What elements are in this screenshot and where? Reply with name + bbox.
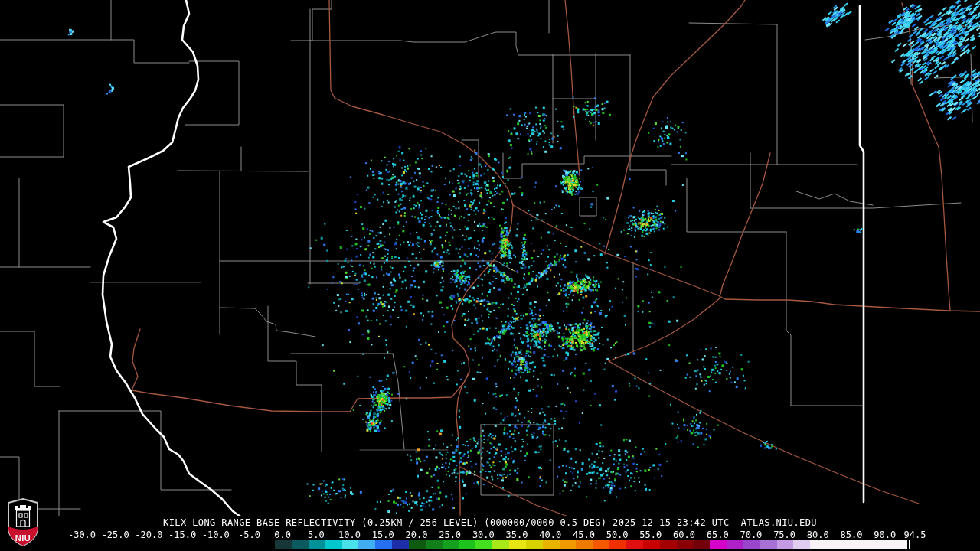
radar-viewer: KILX LONG RANGE BASE REFLECTIVITY (0.25K… [0,0,980,551]
scale-label: 90.0 [874,530,896,540]
colorbar-segment [593,540,609,549]
scale-label: 30.0 [472,530,495,540]
colorbar-segment [392,540,409,549]
scale-label: 50.0 [606,530,629,540]
colorbar-segment [727,540,743,549]
colorbar-segment [443,540,459,549]
scale-label: 94.5 [904,530,926,540]
colorbar-segment [475,540,492,549]
colorbar-segment [543,540,560,549]
colorbar-segment [342,540,359,549]
scale-label: 70.0 [740,530,762,540]
colorbar-segment [760,540,777,549]
colorbar-segment [426,540,443,549]
scale-label: 20.0 [405,530,427,540]
radar-map-canvas [0,0,980,551]
scale-label: 15.0 [372,530,394,540]
scale-label: 10.0 [338,530,361,540]
colorbar-segment [375,540,392,549]
colorbar-segment [409,540,426,549]
colorbar-segment [292,540,309,549]
colorbar-segment [810,540,907,549]
colorbar-segment [793,540,810,549]
colorbar-segment [526,540,543,549]
scale-label: -10.0 [202,530,230,540]
scale-label: 40.0 [539,530,561,540]
scale-label: 85.0 [841,530,863,540]
niu-logo-text: NIU [15,533,31,543]
colorbar-segment [693,540,710,549]
colorbar-segment [509,540,526,549]
scale-label: 35.0 [506,530,528,540]
colorbar-segment [358,540,375,549]
scale-label: 55.0 [639,530,662,540]
scale-label: -15.0 [168,530,196,540]
scale-label: 5.0 [308,530,325,540]
scale-label: 0.0 [274,530,291,540]
colorbar-segment [710,540,727,549]
colorbar-segment [309,540,325,549]
colorbar-segment [660,540,677,549]
colorbar-segment [677,540,694,549]
colorbar-segment [626,540,643,549]
scale-label: 45.0 [573,530,595,540]
scale-label: -5.0 [238,530,260,540]
colorbar-segment [275,540,292,549]
scale-label: 65.0 [707,530,729,540]
colorbar-segment [609,540,626,549]
reflectivity-colorbar [74,540,910,549]
colorbar-segment [560,540,577,549]
radar-caption: KILX LONG RANGE BASE REFLECTIVITY (0.25K… [0,517,980,529]
colorbar-segment [492,540,509,549]
scale-label: 25.0 [439,530,461,540]
colorbar-segment [743,540,760,549]
scale-label: 75.0 [773,530,795,540]
niu-logo: NIU [6,497,40,548]
scale-label: -30.0 [68,530,96,540]
colorbar-segment [643,540,660,549]
colorbar-segment [459,540,475,549]
colorbar-scale-labels: -30.0-25.0-20.0-15.0-10.0-5.00.05.010.01… [0,530,980,540]
scale-label: -20.0 [135,530,162,540]
scale-label: 80.0 [807,530,829,540]
scale-label: 60.0 [673,530,695,540]
colorbar-segment [777,540,794,549]
scale-label: -25.0 [102,530,129,540]
colorbar-segment [576,540,593,549]
colorbar-segment [325,540,342,549]
